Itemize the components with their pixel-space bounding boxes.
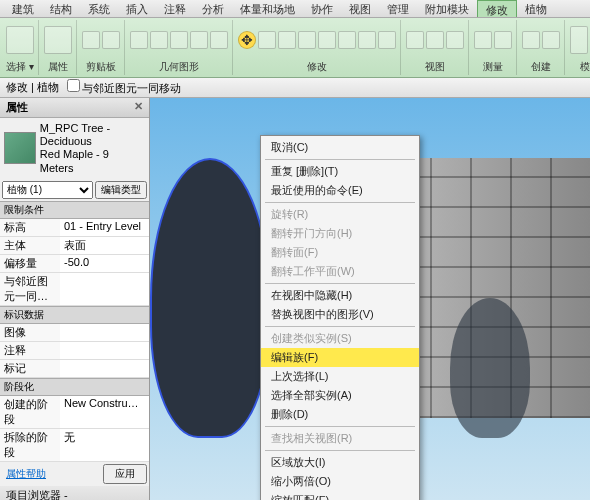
menu-植物[interactable]: 植物: [517, 0, 555, 17]
menu-视图[interactable]: 视图: [341, 0, 379, 17]
menu-注释[interactable]: 注释: [156, 0, 194, 17]
edit-type-button[interactable]: 编辑类型: [95, 181, 147, 199]
ribbon-group-label: 修改: [307, 60, 327, 75]
prop-value[interactable]: New Constru…: [60, 396, 149, 428]
ribbon-icon[interactable]: [298, 31, 316, 49]
help-link[interactable]: 属性帮助: [2, 465, 50, 483]
ribbon-icon[interactable]: [378, 31, 396, 49]
ribbon-icon[interactable]: [426, 31, 444, 49]
ctx-item[interactable]: 最近使用的命令(E): [261, 181, 419, 200]
type-select[interactable]: 植物 (1): [2, 181, 93, 199]
ribbon-group-label: 视图: [425, 60, 445, 75]
close-icon[interactable]: ✕: [134, 100, 143, 115]
apply-button[interactable]: 应用: [103, 464, 147, 484]
prop-key: 创建的阶段: [0, 396, 60, 428]
ctx-item[interactable]: 编辑族(F): [261, 348, 419, 367]
ctx-item: 查找相关视图(R): [261, 429, 419, 448]
tree-icon: [4, 132, 36, 164]
ribbon-icon[interactable]: [258, 31, 276, 49]
ribbon-icon[interactable]: [210, 31, 228, 49]
ribbon-icon[interactable]: [102, 31, 120, 49]
menu-修改[interactable]: 修改: [477, 0, 517, 17]
ctx-item: 翻转开门方向(H): [261, 224, 419, 243]
ribbon-group-label: 剪贴板: [86, 60, 116, 75]
ribbon-icon[interactable]: [130, 31, 148, 49]
ctx-item[interactable]: 缩小两倍(O): [261, 472, 419, 491]
selected-tree[interactable]: [150, 158, 270, 438]
prop-value[interactable]: 无: [60, 429, 149, 461]
prop-value[interactable]: -50.0: [60, 255, 149, 272]
ribbon-icon[interactable]: [338, 31, 356, 49]
prop-key: 注释: [0, 342, 60, 359]
ribbon-icon[interactable]: [82, 31, 100, 49]
ctx-item[interactable]: 选择全部实例(A): [261, 386, 419, 405]
ctx-item[interactable]: 在视图中隐藏(H): [261, 286, 419, 305]
prop-title: 属性: [6, 100, 28, 115]
ribbon-icon[interactable]: [238, 31, 256, 49]
menu-插入[interactable]: 插入: [118, 0, 156, 17]
ribbon-icon[interactable]: [318, 31, 336, 49]
ribbon-group-label: 模式: [580, 60, 591, 75]
ribbon-icon[interactable]: [542, 31, 560, 49]
ctx-item[interactable]: 删除(D): [261, 405, 419, 424]
ctx-item[interactable]: 替换视图中的图形(V): [261, 305, 419, 324]
sec-id: 标识数据: [0, 306, 149, 324]
menu-体量和场地[interactable]: 体量和场地: [232, 0, 303, 17]
prop-key: 标高: [0, 219, 60, 236]
ctx-item[interactable]: 缩放匹配(F): [261, 491, 419, 500]
prop-value[interactable]: [60, 360, 149, 377]
ctx-item[interactable]: 区域放大(I): [261, 453, 419, 472]
ctx-item: 翻转面(F): [261, 243, 419, 262]
ctx-item[interactable]: 上次选择(L): [261, 367, 419, 386]
ribbon-icon[interactable]: [358, 31, 376, 49]
ribbon-icon[interactable]: [170, 31, 188, 49]
ribbon-icon[interactable]: [474, 31, 492, 49]
context-menu: 取消(C)重复 [删除](T)最近使用的命令(E)旋转(R)翻转开门方向(H)翻…: [260, 135, 420, 500]
ribbon-icon[interactable]: [190, 31, 208, 49]
prop-key: 图像: [0, 324, 60, 341]
ribbon-group-label: 选择 ▾: [6, 60, 34, 75]
prop-key: 拆除的阶段: [0, 429, 60, 461]
ribbon-group-label: 测量: [483, 60, 503, 75]
ribbon-icon[interactable]: [6, 26, 34, 54]
prop-value[interactable]: 表面: [60, 237, 149, 254]
prop-key: 与邻近图元一同…: [0, 273, 60, 305]
sec-constraints: 限制条件: [0, 201, 149, 219]
browser-title: 项目浏览器 - rac_advanced_sample_…: [6, 488, 143, 500]
tree: [450, 298, 530, 438]
prop-value[interactable]: [60, 324, 149, 341]
menu-协作[interactable]: 协作: [303, 0, 341, 17]
ctx-item[interactable]: 重复 [删除](T): [261, 162, 419, 181]
ribbon-icon[interactable]: [494, 31, 512, 49]
sec-phase: 阶段化: [0, 378, 149, 396]
menu-附加模块[interactable]: 附加模块: [417, 0, 477, 17]
ribbon-icon[interactable]: [406, 31, 424, 49]
ribbon-group-label: 属性: [48, 60, 68, 75]
prop-value[interactable]: 01 - Entry Level: [60, 219, 149, 236]
ribbon-icon[interactable]: [446, 31, 464, 49]
ribbon-icon[interactable]: [44, 26, 72, 54]
ribbon-group-label: 创建: [531, 60, 551, 75]
prop-key: 标记: [0, 360, 60, 377]
menu-结构[interactable]: 结构: [42, 0, 80, 17]
ribbon-group-label: 几何图形: [159, 60, 199, 75]
ctx-item[interactable]: 取消(C): [261, 138, 419, 157]
prop-key: 偏移量: [0, 255, 60, 272]
ctx-item: 创建类似实例(S): [261, 329, 419, 348]
ctx-item: 翻转工作平面(W): [261, 262, 419, 281]
prop-value[interactable]: [60, 342, 149, 359]
opt-label: 修改 | 植物: [6, 80, 59, 95]
ribbon-icon[interactable]: [278, 31, 296, 49]
prop-key: 主体: [0, 237, 60, 254]
menu-管理[interactable]: 管理: [379, 0, 417, 17]
menu-建筑[interactable]: 建筑: [4, 0, 42, 17]
ribbon-icon[interactable]: [150, 31, 168, 49]
menu-系统[interactable]: 系统: [80, 0, 118, 17]
opt-check[interactable]: 与邻近图元一同移动: [67, 79, 181, 96]
prop-value[interactable]: [60, 273, 149, 305]
ctx-item: 旋转(R): [261, 205, 419, 224]
menu-分析[interactable]: 分析: [194, 0, 232, 17]
type-thumb[interactable]: M_RPC Tree -DeciduousRed Maple - 9 Meter…: [0, 118, 149, 179]
ribbon-icon[interactable]: [570, 26, 588, 54]
ribbon-icon[interactable]: [522, 31, 540, 49]
